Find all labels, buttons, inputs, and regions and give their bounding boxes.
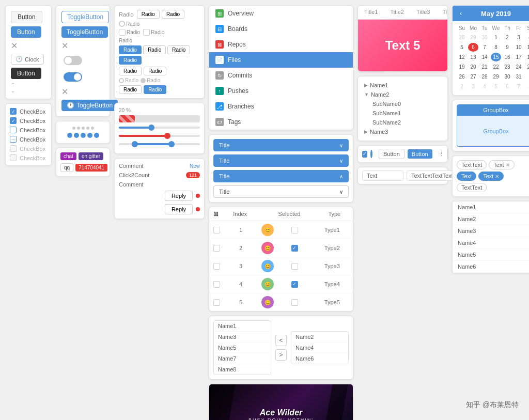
switch-on[interactable] — [64, 72, 82, 82]
cal-day[interactable]: 11 — [525, 43, 529, 52]
dropdown-4[interactable]: Title ∨ — [213, 185, 349, 198]
cal-day[interactable]: 28 — [457, 33, 467, 42]
table-row[interactable]: 2 😊 ✓ Type2 — [209, 239, 353, 257]
toolbar-btn-default[interactable]: Button — [379, 149, 404, 159]
radio-btn-1[interactable]: Radio — [137, 10, 160, 19]
checkbox-2[interactable] — [10, 117, 17, 124]
transfer-left-name5[interactable]: Name5 — [214, 343, 271, 353]
radio-btn-5[interactable]: Radio — [119, 67, 142, 75]
tag-text-blue[interactable]: Text — [457, 172, 476, 181]
arrow-down-icon[interactable]: ⌄ — [11, 88, 15, 94]
checkbox-3[interactable] — [10, 127, 17, 133]
transfer-right-name4[interactable]: Name4 — [291, 343, 348, 353]
row3-checkbox[interactable] — [213, 263, 220, 270]
toolbar-btn-primary[interactable]: Button — [408, 149, 432, 159]
table-row[interactable]: 5 😊 Type5 — [209, 293, 353, 311]
table-row[interactable]: 1 😊 Type1 — [209, 221, 353, 239]
close-icon[interactable]: ✕ — [11, 41, 18, 51]
cal-day[interactable]: 7 — [479, 43, 490, 52]
arrow-stepper[interactable]: ⌃ ⌄ — [11, 82, 15, 94]
list-item[interactable]: Name7 — [453, 273, 529, 273]
cal-day[interactable]: 4 — [525, 33, 529, 42]
table-row[interactable]: 4 😊 ✓ Type4 — [209, 275, 353, 293]
slider-thumb-range-left[interactable] — [132, 141, 138, 147]
tag-close-1[interactable]: ✕ — [506, 162, 510, 168]
cal-day[interactable]: 8 — [525, 82, 529, 91]
cal-next-btn[interactable]: › — [527, 9, 529, 18]
cal-day[interactable]: 1 — [525, 72, 529, 81]
button-primary[interactable]: Button — [11, 26, 41, 38]
tree-item-subname2[interactable]: SubName2 — [370, 118, 443, 127]
nav-files[interactable]: 📄 Files — [209, 52, 353, 68]
list-item[interactable]: Name1 — [453, 201, 529, 213]
close-icon-2[interactable]: ✕ — [61, 41, 68, 51]
transfer-left-name7[interactable]: Name7 — [214, 353, 271, 364]
radio-btn-2[interactable]: Radio — [162, 10, 184, 19]
cal-day[interactable]: 30 — [502, 72, 512, 81]
cal-day[interactable]: 10 — [514, 43, 524, 52]
cal-day[interactable]: 7 — [514, 82, 524, 91]
reply-btn-2[interactable]: Reply — [165, 204, 193, 214]
tag-close-2[interactable]: ✕ — [495, 174, 499, 179]
cal-day[interactable]: 22 — [491, 63, 501, 71]
cal-day[interactable]: 2 — [457, 82, 467, 91]
nav-branches[interactable]: ⎇ Branches — [209, 99, 353, 114]
slider-thumb-red[interactable] — [164, 133, 170, 139]
list-item[interactable]: Name4 — [453, 237, 529, 249]
cal-day[interactable]: 9 — [502, 43, 512, 52]
radio-btn-6[interactable]: Radio — [144, 67, 166, 75]
row2-checkbox[interactable] — [213, 245, 220, 252]
checkbox-row-2[interactable]: CheckBox — [10, 117, 47, 124]
slider-thumb-blue[interactable] — [148, 125, 154, 131]
tag-texttext-2[interactable]: TextText — [457, 183, 487, 192]
cal-day[interactable]: 5 — [457, 43, 467, 52]
checkbox-row-4[interactable]: CheckBox — [10, 136, 47, 143]
checkbox-row-1[interactable]: CheckBox — [10, 108, 47, 115]
cal-day[interactable]: 31 — [514, 72, 524, 81]
button-dark[interactable]: Button — [11, 68, 41, 79]
tab-title1[interactable]: Title1 — [358, 6, 384, 19]
nav-repos[interactable]: ⊠ Repos — [209, 37, 353, 52]
nav-overview[interactable]: ⊞ Overview — [209, 6, 353, 21]
transfer-left-name8[interactable]: Name8 — [214, 364, 271, 375]
row4-checkbox[interactable] — [213, 281, 220, 288]
dropdown-1[interactable]: Title ∨ — [213, 139, 349, 151]
cal-day[interactable]: 8 — [491, 43, 501, 52]
tag-texttext[interactable]: TextText — [457, 160, 487, 169]
arrow-up-icon[interactable]: ⌃ — [11, 82, 15, 88]
clock-button[interactable]: 🕐 Clock — [11, 54, 44, 65]
tab-title2[interactable]: Title2 — [384, 6, 411, 19]
tree-item-name1[interactable]: ▶ Name1 — [362, 81, 443, 90]
menu-repository[interactable]: Repository — [448, 149, 448, 159]
transfer-left-name3[interactable]: Name3 — [214, 332, 271, 343]
cal-day[interactable]: 16 — [502, 53, 512, 61]
checkbox-row-5[interactable]: CheckBox — [10, 145, 47, 152]
toggle-btn-primary[interactable]: ToggleButton — [61, 26, 108, 38]
toggle-btn-outline[interactable]: ToggleButton — [61, 11, 109, 23]
list-item[interactable]: Name5 — [453, 249, 529, 261]
radio-btn-4[interactable]: Radio — [167, 45, 190, 54]
checkbox-row-6[interactable]: CheckBox — [10, 154, 47, 161]
cal-day-today[interactable]: 15 — [491, 53, 501, 61]
switch-off[interactable] — [64, 56, 82, 65]
cal-day[interactable]: 20 — [468, 63, 478, 71]
button-default[interactable]: Button — [11, 11, 42, 23]
transfer-left-btn[interactable]: < — [275, 335, 287, 346]
cal-day[interactable]: 4 — [479, 82, 490, 91]
dropdown-3[interactable]: Title ∧ — [213, 170, 349, 182]
cal-day[interactable]: 28 — [479, 72, 490, 81]
cal-day[interactable]: 18 — [525, 53, 529, 61]
list-item[interactable]: Name3 — [453, 225, 529, 237]
cal-day[interactable]: 24 — [514, 63, 524, 71]
cal-day[interactable]: 23 — [502, 63, 512, 71]
tree-item-name2[interactable]: ▼ Name2 — [362, 90, 443, 99]
cal-day[interactable]: 30 — [479, 33, 490, 42]
tree-item-subname1[interactable]: SubName1 — [370, 108, 443, 118]
text-input[interactable] — [362, 170, 403, 181]
row4-selected[interactable]: ✓ — [291, 281, 298, 288]
row2-selected[interactable]: ✓ — [291, 245, 298, 252]
cal-day[interactable]: 5 — [491, 82, 501, 91]
checkbox-4[interactable] — [10, 136, 17, 143]
row3-selected[interactable] — [291, 263, 298, 270]
cal-day[interactable]: 17 — [514, 53, 524, 61]
